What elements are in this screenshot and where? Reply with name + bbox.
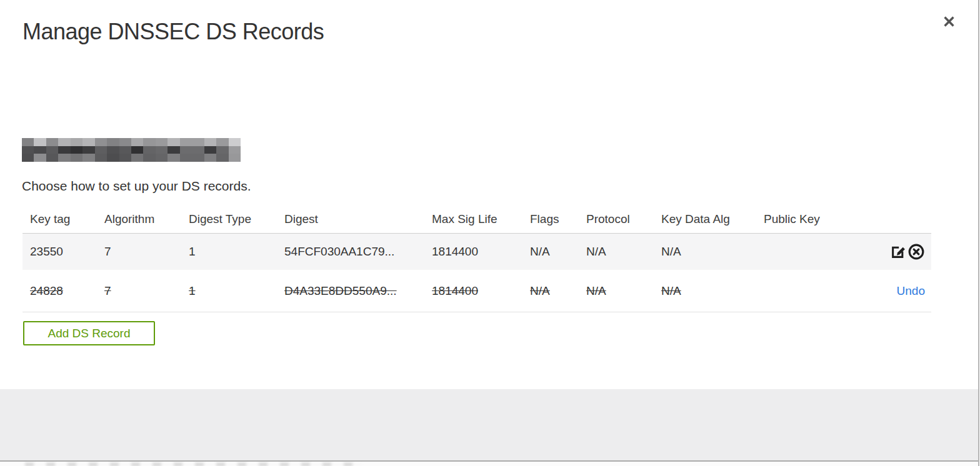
cell-algorithm: 7 — [104, 245, 189, 259]
close-icon[interactable] — [940, 12, 958, 30]
table-row-deleted: 24828 7 1 D4A33E8DD550A9... 1814400 N/A … — [22, 270, 931, 312]
col-header-max-sig-life: Max Sig Life — [432, 212, 530, 226]
col-header-protocol: Protocol — [586, 212, 661, 226]
cell-protocol: N/A — [586, 284, 661, 298]
cell-key-data-alg: N/A — [661, 284, 764, 298]
col-header-key-data-alg: Key Data Alg — [661, 212, 764, 226]
page-title: Manage DNSSEC DS Records — [22, 19, 324, 45]
cell-max-sig-life: 1814400 — [432, 284, 530, 298]
cell-protocol: N/A — [586, 245, 661, 259]
delete-record-icon[interactable] — [908, 243, 925, 260]
table-header-row: Key tag Algorithm Digest Type Digest Max… — [22, 205, 931, 234]
cell-max-sig-life: 1814400 — [432, 245, 530, 259]
col-header-algorithm: Algorithm — [104, 212, 189, 226]
cell-algorithm: 7 — [104, 284, 189, 298]
col-header-digest: Digest — [284, 212, 432, 226]
domain-name-redacted — [22, 138, 241, 162]
col-header-public-key: Public Key — [764, 212, 844, 226]
background-content-blur — [25, 463, 362, 466]
ds-records-table: Key tag Algorithm Digest Type Digest Max… — [22, 205, 931, 312]
cell-key-tag: 23550 — [22, 245, 104, 259]
cell-flags: N/A — [530, 245, 586, 259]
subtitle: Choose how to set up your DS records. — [22, 179, 251, 194]
modal-footer: Save Cancel — [0, 389, 979, 460]
circle-x-icon — [908, 243, 925, 260]
col-header-key-tag: Key tag — [22, 212, 104, 226]
add-ds-record-button[interactable]: Add DS Record — [23, 321, 155, 345]
x-mark-icon — [943, 16, 955, 27]
table-row: 23550 7 1 54FCF030AA1C79... 1814400 N/A … — [22, 234, 931, 270]
cell-digest-type: 1 — [189, 284, 284, 298]
modal-right-edge — [978, 0, 979, 466]
row-actions: Undo — [844, 284, 931, 298]
cell-key-tag: 24828 — [22, 284, 104, 298]
col-header-flags: Flags — [530, 212, 586, 226]
undo-link[interactable]: Undo — [897, 284, 925, 298]
cell-digest: D4A33E8DD550A9... — [284, 284, 432, 298]
pencil-square-icon — [889, 244, 906, 260]
cell-flags: N/A — [530, 284, 586, 298]
row-actions — [844, 243, 931, 260]
edit-record-icon[interactable] — [889, 243, 906, 260]
col-header-digest-type: Digest Type — [189, 212, 284, 226]
cell-digest: 54FCF030AA1C79... — [284, 245, 432, 259]
cell-digest-type: 1 — [189, 245, 284, 259]
cell-key-data-alg: N/A — [661, 245, 764, 259]
